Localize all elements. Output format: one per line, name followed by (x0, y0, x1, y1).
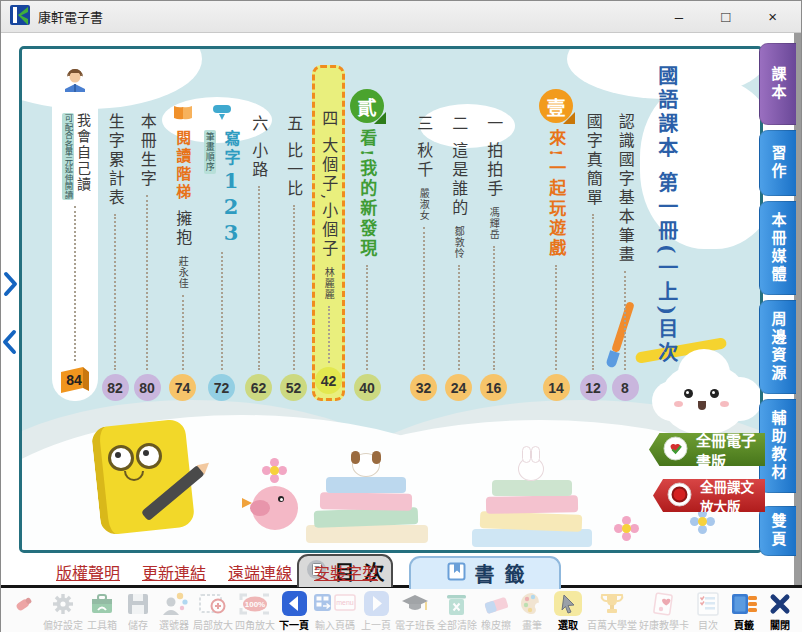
toolbar-label: 畫筆 (522, 617, 542, 632)
page-number: 80 (134, 374, 161, 401)
dotted-leader (221, 252, 223, 370)
toolbar-label: 上一頁 (361, 617, 391, 632)
close-button[interactable]: × (768, 9, 777, 24)
toolbar-label: 關閉 (770, 617, 790, 632)
dotted-leader (258, 186, 260, 370)
side-tab-雙頁[interactable]: 雙頁 (759, 506, 796, 556)
page-tab-icon (730, 590, 759, 617)
toc-entry[interactable]: 五比一比52 (277, 65, 310, 401)
toc-entry-text: 四大個子,小個子林麗麗 (320, 110, 337, 300)
dotted-leader (592, 214, 594, 370)
dotted-leader (555, 265, 557, 370)
toc-entry[interactable]: 寫字123筆畫順序72 (203, 65, 240, 401)
picker-icon (160, 590, 188, 617)
side-tab-習作[interactable]: 習作 (759, 130, 796, 196)
page-next-chevron[interactable] (2, 271, 18, 297)
page-input-icon: menu (313, 590, 357, 617)
side-tab-課本[interactable]: 課本 (759, 43, 796, 125)
toolbar-label: 百萬大學堂 (587, 617, 637, 632)
toc-entry[interactable]: 本冊生字80 (132, 65, 162, 401)
toolbar-橡皮擦[interactable]: 橡皮擦 (479, 590, 513, 632)
toolbar-儲存[interactable]: 儲存 (121, 590, 155, 632)
page-prev-chevron[interactable] (2, 329, 18, 355)
title-bar: 康軒電子書 – □ × (1, 1, 801, 33)
toolbar-好康教學卡[interactable]: 好康教學卡 (639, 590, 689, 632)
toc-entry-highlighted[interactable]: 四大個子,小個子林麗麗42 (312, 65, 345, 401)
toolbar-選取[interactable]: 選取 (551, 590, 585, 632)
dotted-leader (423, 227, 425, 370)
footer-link[interactable]: 遠端連線 (228, 560, 292, 584)
table-of-contents: 國語課本 第一冊(一上)目次認識國字基本筆畫8國字真簡單12壹來!一起玩遊戲14… (22, 65, 760, 401)
toolbar-下一頁[interactable]: 下一頁 (277, 590, 311, 632)
gear-icon (50, 590, 76, 617)
minimize-button[interactable]: – (675, 9, 683, 24)
toc-entry[interactable]: 生字累計表82 (100, 65, 130, 401)
brush-icon (519, 590, 546, 617)
footer-link[interactable]: 版權聲明 (56, 560, 120, 584)
toolbar-畫筆[interactable]: 畫筆 (515, 590, 549, 632)
zoom-corner-icon: 100% (236, 590, 274, 617)
toolbar-工具箱[interactable]: 工具箱 (85, 590, 119, 632)
app-window: 康軒電子書 – □ × 國語課本 第一冊(一上)目次認識國字基本筆畫8國 (0, 0, 802, 632)
toolbar-label: 下一頁 (279, 617, 309, 632)
pencil-icon (211, 103, 233, 126)
side-tab-本冊媒體[interactable]: 本冊媒體 (759, 201, 796, 295)
toolbar-全部清除[interactable]: 全部清除 (437, 590, 477, 632)
footer-link[interactable]: 安裝字型 (314, 560, 378, 584)
book-stack (470, 431, 600, 553)
boy-reading-icon (59, 67, 91, 97)
toolbar-marker[interactable] (7, 590, 41, 617)
toolbar-上一頁[interactable]: 上一頁 (359, 590, 393, 632)
toolbar-label: 局部放大 (193, 617, 233, 632)
toc-entry[interactable]: 一拍拍手馮輝岳16 (477, 65, 510, 401)
ribbon-button-red[interactable]: 全冊課文放大版 (653, 479, 765, 512)
side-tab-周邊資源[interactable]: 周邊資源 (759, 300, 796, 394)
bottom-toolbar: 偏好設定工具箱儲存選號器局部放大100%四角放大下一頁menu輸入頁碼上一頁電子… (1, 588, 802, 632)
toc-list-icon (695, 590, 721, 617)
page-number: 24 (445, 374, 472, 401)
ribbon-button-green[interactable]: 全冊電子書版 (649, 433, 765, 466)
select-icon (553, 590, 583, 617)
toc-entry[interactable]: 認識國字基本筆畫8 (610, 65, 640, 401)
toolbar-百萬大學堂[interactable]: 百萬大學堂 (587, 590, 637, 632)
toc-entry[interactable]: 我會自己讀可配合各單元延伸閱讀84 (52, 79, 98, 401)
dotted-leader (74, 206, 76, 361)
toc-entry[interactable]: 六小路62 (242, 65, 275, 401)
heart-check-icon (663, 436, 688, 464)
maximize-button[interactable]: □ (721, 9, 730, 24)
ribbon-label: 全冊電子書版 (696, 429, 765, 471)
toolbar-label: 四角放大 (235, 617, 275, 632)
toolbar-電子班長[interactable]: 電子班長 (395, 590, 435, 632)
app-logo-icon (9, 4, 31, 30)
toc-entry-text: 認識國字基本筆畫 (616, 113, 633, 265)
toc-entry[interactable]: 二這是誰的鄒敦怜24 (442, 65, 475, 401)
toolbar-頁籤[interactable]: 頁籤 (727, 590, 761, 632)
toc-entry[interactable]: 三秋千嚴淑女32 (407, 65, 440, 401)
toc-entry[interactable]: 閱讀階梯擁抱莊永佳74 (164, 65, 201, 401)
toc-entry-text: 我會自己讀可配合各單元延伸閱讀 (60, 113, 90, 200)
toolbar-局部放大[interactable]: 局部放大 (193, 590, 233, 632)
toolbar-輸入頁碼[interactable]: menu輸入頁碼 (313, 590, 357, 632)
bottom-tab-書籤[interactable]: 書籤 (409, 556, 561, 589)
toc-title-column: 國語課本 第一冊(一上)目次 (646, 65, 686, 401)
svg-text:100%: 100% (245, 600, 265, 609)
page-number: 16 (480, 374, 507, 401)
toc-entry-text: 一拍拍手馮輝岳 (485, 115, 502, 240)
toc-entry[interactable]: 壹來!一起玩遊戲14 (536, 65, 576, 401)
dotted-leader (493, 246, 495, 370)
toc-entry[interactable]: 貳看!我的新發現40 (347, 65, 387, 401)
footer-link[interactable]: 更新連結 (142, 560, 206, 584)
toolbar-選號器[interactable]: 選號器 (157, 590, 191, 632)
bottom-tab-label: 書籤 (475, 559, 535, 588)
toolbar-四角放大[interactable]: 100%四角放大 (235, 590, 275, 632)
toc-entry[interactable]: 國字真簡單12 (578, 65, 608, 401)
book-stack (300, 429, 440, 553)
toolbar-關閉[interactable]: 關閉 (763, 590, 797, 632)
toolbar-目次[interactable]: 目次 (691, 590, 725, 632)
toc-entry-text: 本冊生字 (138, 113, 155, 189)
page-number: 84 (62, 372, 86, 388)
toolbar-偏好設定[interactable]: 偏好設定 (43, 590, 83, 632)
toolbar-label: 儲存 (128, 617, 148, 632)
section-badge: 貳 (350, 89, 384, 123)
toolbar-label: 目次 (698, 617, 718, 632)
